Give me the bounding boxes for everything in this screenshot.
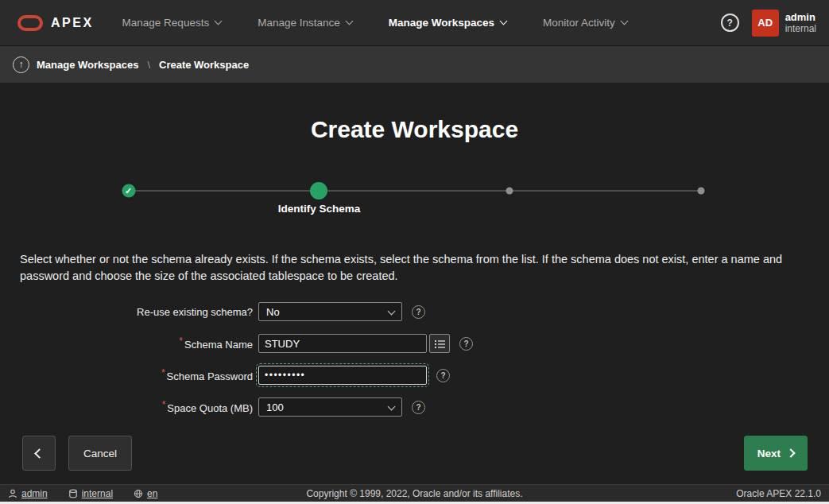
required-asterisk: * (161, 367, 165, 378)
menu-label: Manage Workspaces (389, 17, 494, 29)
breadcrumb: ↑ Manage Workspaces \ Create Workspace (0, 46, 829, 83)
field-label-cell: *Schema Password (0, 367, 253, 382)
brand-apex[interactable]: APEX (51, 16, 94, 30)
progress-line (129, 190, 701, 192)
page-description: Select whether or not the schema already… (20, 251, 809, 285)
chevron-down-icon (500, 17, 508, 25)
footer: admin internal en Copyright © 1999, 2022… (0, 484, 829, 502)
navbar-right: ? AD admin internal (721, 10, 816, 37)
menu-manage-requests[interactable]: Manage Requests (122, 17, 222, 29)
user-text: admin internal (785, 11, 816, 35)
menu-label: Monitor Activity (543, 17, 615, 29)
cancel-button[interactable]: Cancel (68, 436, 132, 471)
chevron-down-icon (215, 17, 223, 25)
next-button-label: Next (757, 448, 781, 459)
globe-icon (134, 489, 143, 498)
chevron-left-icon (34, 448, 45, 459)
chevron-down-icon (388, 402, 396, 410)
breadcrumb-separator: \ (147, 59, 150, 71)
schema-name-label: Schema Name (184, 339, 253, 351)
current-step-label: Identify Schema (278, 203, 361, 215)
wizard-buttons: Cancel Next (22, 436, 808, 471)
user-name: admin (785, 11, 816, 24)
reuse-schema-help-icon[interactable]: ? (412, 305, 425, 319)
menu-label: Manage Instance (258, 17, 340, 29)
menu-label: Manage Requests (122, 17, 210, 29)
footer-workspace-link[interactable]: internal (68, 488, 113, 499)
help-icon[interactable]: ? (721, 14, 739, 32)
reuse-schema-label: Re-use existing schema? (137, 306, 253, 318)
space-quota-label: Space Quota (MB) (167, 403, 253, 415)
copyright-text: Copyright © 1999, 2022, Oracle and/or it… (306, 488, 522, 499)
check-icon: ✓ (125, 187, 132, 196)
page-title: Create Workspace (0, 116, 829, 143)
field-control-cell: ? (258, 366, 450, 385)
field-control-cell: ? (258, 334, 473, 353)
footer-language-link[interactable]: en (134, 488, 157, 499)
person-icon (8, 489, 17, 498)
field-row-schema-name: *Schema Name (0, 334, 829, 353)
menu-monitor-activity[interactable]: Monitor Activity (543, 17, 627, 29)
field-row-reuse-schema: Re-use existing schema? No ? (0, 302, 829, 321)
field-control-cell: 100 ? (258, 397, 425, 417)
breadcrumb-parent[interactable]: Manage Workspaces (37, 59, 138, 71)
menu-manage-instance[interactable]: Manage Instance (258, 17, 352, 29)
chevron-down-icon (620, 17, 628, 25)
field-row-schema-password: *Schema Password ? (0, 366, 829, 385)
oracle-logo-icon (17, 15, 43, 31)
field-label-cell: Re-use existing schema? (0, 306, 253, 318)
main-content: Create Workspace ✓ Identify Schema Selec… (0, 116, 829, 471)
chevron-down-icon (345, 17, 353, 25)
schema-form: Re-use existing schema? No ? *Schema Nam… (0, 302, 829, 417)
footer-user-link[interactable]: admin (8, 488, 48, 499)
required-asterisk: * (162, 399, 166, 410)
schema-password-input[interactable] (258, 366, 427, 385)
space-quota-help-icon[interactable]: ? (412, 401, 425, 414)
reuse-schema-select[interactable]: No (258, 302, 402, 321)
menu-manage-workspaces[interactable]: Manage Workspaces (389, 17, 506, 29)
user-menu[interactable]: AD admin internal (752, 10, 816, 37)
schema-password-label: Schema Password (167, 371, 253, 383)
up-arrow-icon[interactable]: ↑ (13, 56, 29, 73)
database-icon (68, 489, 78, 498)
breadcrumb-current: Create Workspace (159, 59, 249, 71)
list-icon (434, 339, 446, 349)
previous-button[interactable] (22, 436, 56, 471)
step-4-pending-dot (697, 188, 704, 195)
schema-password-help-icon[interactable]: ? (436, 369, 450, 382)
space-quota-select[interactable]: 100 (258, 397, 402, 417)
main-menu: Manage Requests Manage Instance Manage W… (122, 17, 627, 29)
step-1-done-dot: ✓ (122, 184, 135, 198)
step-3-pending-dot (506, 188, 513, 195)
step-2-current-dot (310, 182, 327, 200)
field-row-space-quota: *Space Quota (MB) 100 ? (0, 397, 829, 417)
chevron-right-icon (786, 448, 795, 457)
required-asterisk: * (179, 335, 183, 347)
top-navbar: APEX Manage Requests Manage Instance Man… (0, 0, 829, 46)
footer-left: admin internal en (8, 488, 157, 499)
wizard-progress: ✓ Identify Schema (129, 181, 701, 200)
select-value: 100 (266, 401, 284, 413)
select-value: No (266, 306, 280, 318)
user-context: internal (785, 23, 816, 34)
field-label-cell: *Schema Name (0, 335, 253, 351)
schema-name-help-icon[interactable]: ? (459, 337, 473, 351)
chevron-down-icon (388, 307, 396, 315)
schema-name-input[interactable] (258, 334, 427, 353)
schema-picker-button[interactable] (429, 334, 450, 353)
version-text: Oracle APEX 22.1.0 (736, 488, 821, 499)
field-control-cell: No ? (258, 302, 425, 321)
next-button[interactable]: Next (744, 436, 808, 471)
navbar-left: APEX Manage Requests Manage Instance Man… (13, 15, 627, 31)
apex-admin-app: APEX Manage Requests Manage Instance Man… (0, 0, 829, 504)
avatar: AD (752, 10, 779, 37)
field-label-cell: *Space Quota (MB) (0, 399, 253, 414)
